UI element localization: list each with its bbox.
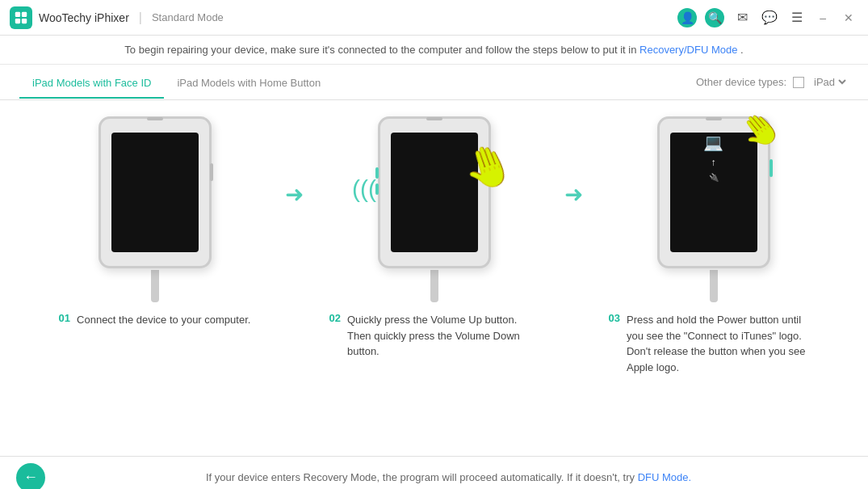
mode-label: Standard Mode [152, 11, 224, 23]
top-port-3 [706, 117, 722, 120]
back-button[interactable]: ← [16, 463, 45, 490]
svg-rect-0 [15, 11, 20, 16]
content-area: 01 Connect the device to your computer. … [0, 100, 868, 456]
step-1: 01 Connect the device to your computer. [32, 116, 277, 328]
close-button[interactable]: ✕ [839, 10, 858, 26]
step-2-text: Quickly press the Volume Up button. Then… [347, 312, 539, 360]
cable-icon: 🔌 [709, 173, 719, 182]
menu-icon[interactable]: ☰ [787, 8, 807, 27]
back-icon: ← [23, 469, 38, 486]
titlebar: WooTechy iPhixer | Standard Mode 👤 🔍 ✉ 💬… [0, 0, 868, 36]
step-1-desc: 01 Connect the device to your computer. [59, 312, 251, 328]
app-logo [10, 6, 32, 29]
cable-3 [710, 270, 718, 302]
search-icon[interactable]: 🔍 [705, 8, 724, 27]
step-3-device: 💻 ↑ 🔌 🤚 [649, 116, 778, 302]
dfu-mode-link[interactable]: DFU Mode. [638, 471, 691, 483]
device-type-select[interactable]: iPad [811, 75, 849, 89]
titlebar-left: WooTechy iPhixer | Standard Mode [10, 6, 224, 29]
step-3-text: Press and hold the Power button until yo… [627, 312, 819, 375]
step-3-desc: 03 Press and hold the Power button until… [609, 312, 819, 375]
ipad-illustration-3: 💻 ↑ 🔌 🤚 [657, 116, 770, 268]
tab-face-id[interactable]: iPad Models with Face ID [19, 67, 164, 99]
ipad-screen-1 [111, 133, 199, 252]
step-2-number: 02 [329, 312, 341, 324]
banner-text-after: . [740, 44, 744, 56]
cable-2 [430, 270, 438, 302]
laptop-icon: 💻 [703, 133, 723, 152]
app-name: WooTechy iPhixer [39, 11, 129, 24]
footer-text: If your device enters Recovery Mode, the… [45, 471, 852, 483]
tab-home-button[interactable]: iPad Models with Home Button [164, 67, 333, 99]
titlebar-right: 👤 🔍 ✉ 💬 ☰ – ✕ [677, 8, 858, 27]
step-1-number: 01 [59, 312, 70, 324]
top-port-2 [426, 117, 442, 120]
footer: ← If your device enters Recovery Mode, t… [0, 456, 868, 489]
recovery-mode-link[interactable]: Recovery/DFU Mode [639, 44, 737, 56]
step-1-device [90, 116, 220, 302]
svg-rect-3 [22, 18, 27, 23]
top-port [147, 117, 163, 120]
avatar-icon[interactable]: 👤 [677, 8, 697, 27]
cable-1 [151, 270, 159, 302]
step-2-device: ))) 🤚 [370, 116, 499, 302]
sound-wave-icon: ))) [352, 175, 376, 203]
step-2: ))) 🤚 02 Quickly press the Volume Up but… [312, 116, 556, 360]
arrow-2: ➜ [556, 181, 591, 208]
power-button [769, 159, 773, 177]
banner-text-before: To begin repairing your device, make sur… [124, 44, 639, 56]
side-button-1 [210, 163, 213, 181]
svg-rect-2 [15, 18, 20, 23]
ipad-checkbox[interactable] [793, 77, 804, 88]
step-2-desc: 02 Quickly press the Volume Up button. T… [329, 312, 539, 360]
arrow-1: ➜ [277, 181, 312, 208]
chat-icon[interactable]: 💬 [760, 8, 779, 27]
step-1-text: Connect the device to your computer. [77, 312, 250, 328]
svg-rect-1 [22, 11, 27, 16]
ipad-screen-3: 💻 ↑ 🔌 [670, 133, 757, 252]
ipad-illustration-1 [99, 116, 212, 268]
step-3-number: 03 [609, 312, 620, 324]
other-devices-label: Other device types: [696, 76, 786, 88]
instruction-banner: To begin repairing your device, make sur… [0, 36, 868, 65]
minimize-button[interactable]: – [815, 10, 831, 26]
step-3: 💻 ↑ 🔌 🤚 03 Press and hold the Power butt… [591, 116, 836, 375]
mail-icon[interactable]: ✉ [732, 8, 752, 27]
connect-arrow: ↑ [711, 157, 716, 168]
footer-text-main: If your device enters Recovery Mode, the… [206, 471, 638, 483]
tabs-left: iPad Models with Face ID iPad Models wit… [19, 67, 333, 98]
steps-container: 01 Connect the device to your computer. … [32, 116, 836, 375]
mode-divider: | [139, 11, 142, 25]
ipad-illustration-2: ))) 🤚 [378, 116, 491, 268]
tabs-right: Other device types: iPad [696, 75, 849, 89]
tabs-bar: iPad Models with Face ID iPad Models wit… [0, 65, 868, 100]
